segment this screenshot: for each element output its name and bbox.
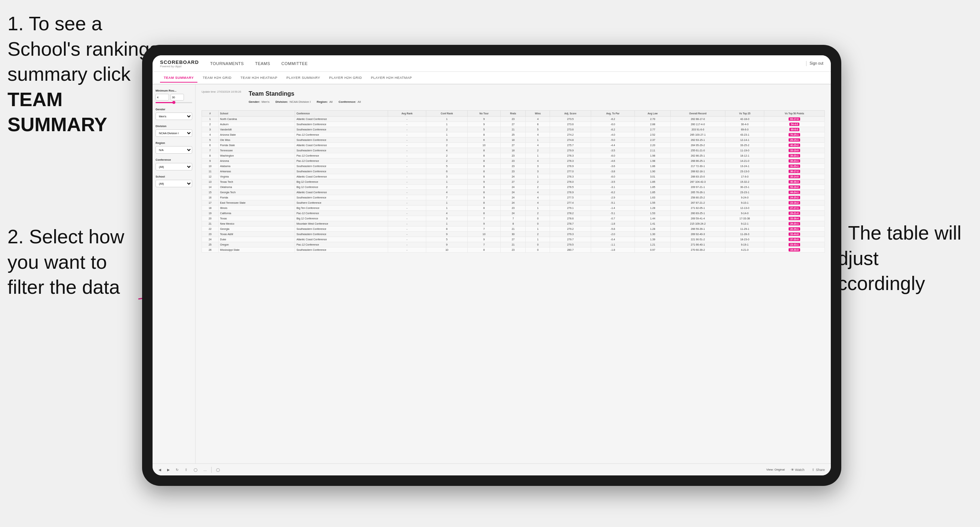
sub-nav-player-summary[interactable]: PLAYER SUMMARY xyxy=(283,74,324,82)
table-cell: 14 xyxy=(202,185,219,190)
table-cell: 278.6 xyxy=(550,216,591,221)
filter-conference-select[interactable]: (All) Atlantic Coast Conference Southeas… xyxy=(156,163,192,170)
table-cell: 221 90-51-2 xyxy=(670,237,725,242)
table-row: 3VanderbiltSoutheastern Conference-25215… xyxy=(202,127,825,132)
toolbar-refresh[interactable]: ↻ xyxy=(174,467,180,472)
table-cell: 37-30-0 xyxy=(764,237,825,242)
table-cell: Atlantic Coast Conference xyxy=(294,143,388,148)
table-cell: 276.3 xyxy=(550,159,591,164)
table-cell: 53-18-2 xyxy=(764,185,825,190)
table-cell: -3.5 xyxy=(591,148,635,153)
table-cell: 276.0 xyxy=(550,179,591,185)
table-cell: 36-17-2 xyxy=(764,169,825,174)
toolbar-clock[interactable]: ◯ xyxy=(215,467,221,472)
share-button[interactable]: ⇧ Share xyxy=(810,467,826,472)
table-cell: -6.0 xyxy=(591,122,635,127)
nav-tournaments[interactable]: TOURNAMENTS xyxy=(210,60,244,67)
table-cell: 23 xyxy=(501,164,526,169)
table-cell: Southeastern Conference xyxy=(294,148,388,153)
table-cell: 9-24-0 xyxy=(725,195,764,200)
table-cell: 4 xyxy=(526,132,550,138)
tf-division: Division: NCAA Division I xyxy=(275,100,311,103)
sub-nav-player-h2h-grid[interactable]: PLAYER H2H GRID xyxy=(325,74,366,82)
table-cell: 9 xyxy=(468,237,501,242)
table-cell: 69-6-0 xyxy=(725,127,764,132)
table-cell: 18 xyxy=(501,148,526,153)
table-row: 14OklahomaBig 12 Conference-28242276.5-3… xyxy=(202,185,825,190)
table-cell: 260 117-4-0 xyxy=(670,122,725,127)
table-cell: 17 xyxy=(202,200,219,206)
table-cell: 1.98 xyxy=(635,159,670,164)
sign-out-button[interactable]: Sign out xyxy=(810,61,823,65)
table-cell: 6 xyxy=(468,138,501,143)
logo-sub: Powered by clippd xyxy=(160,65,199,68)
table-cell: 9 xyxy=(468,117,501,122)
table-row: 23Texas A&MSoutheastern Conference-91030… xyxy=(202,232,825,237)
table-cell: 276.5 xyxy=(550,185,591,190)
table-cell: California xyxy=(218,211,294,216)
toolbar-back[interactable]: ◀ xyxy=(157,467,163,472)
sub-nav-player-h2h-heatmap[interactable]: PLAYER H2H HEATMAP xyxy=(367,74,416,82)
table-row: 21New MexicoMountain West Conference-198… xyxy=(202,221,825,227)
table-cell: 1 xyxy=(526,153,550,159)
toolbar-more[interactable]: … xyxy=(202,467,208,472)
table-cell: Pac-12 Conference xyxy=(294,242,388,248)
table-cell: 24 xyxy=(501,174,526,179)
table-cell: 209 97-21-1 xyxy=(670,185,725,190)
nav-committee[interactable]: COMMITTEE xyxy=(282,60,308,67)
table-cell: 23 xyxy=(501,117,526,122)
sub-nav-team-h2h-heatmap[interactable]: TEAM H2H HEATMAP xyxy=(237,74,281,82)
table-cell: -5.0 xyxy=(591,138,635,143)
table-cell: 279.3 xyxy=(550,232,591,237)
filter-division-select[interactable]: NCAA Division I NCAA Division II NCAA Di… xyxy=(156,129,192,137)
table-cell: - xyxy=(388,153,426,159)
table-cell: Auburn xyxy=(218,122,294,127)
table-area: Update time: 27/03/2024 16:56:26 Team St… xyxy=(196,84,831,464)
table-cell: 4 xyxy=(426,190,468,195)
filter-gender-select[interactable]: Men's Women's xyxy=(156,113,192,120)
sub-nav-team-summary[interactable]: TEAM SUMMARY xyxy=(160,74,197,83)
toolbar-bookmark[interactable]: ◯ xyxy=(192,467,199,472)
table-cell: 262 86-25-1 xyxy=(670,153,725,159)
watch-button[interactable]: 👁 Watch xyxy=(789,467,806,472)
table-cell: 1.44 xyxy=(635,216,670,221)
table-cell: - xyxy=(388,132,426,138)
filter-min-rounds-max-input[interactable] xyxy=(170,94,184,100)
instruction-step1-text: 1. To see a School's rankings summary cl… xyxy=(8,13,159,85)
sub-nav-team-h2h-grid[interactable]: TEAM H2H GRID xyxy=(199,74,235,82)
filter-min-rounds-min-input[interactable] xyxy=(156,94,169,100)
toolbar-share-small[interactable]: ⇧ xyxy=(183,467,189,472)
table-cell: 1.85 xyxy=(635,179,670,185)
table-cell: - xyxy=(388,143,426,148)
table-filter-summary: Gender: Men's Division: NCAA Division I … xyxy=(249,100,361,103)
table-row: 22GeorgiaSoutheastern Conference-8721127… xyxy=(202,227,825,232)
tablet-frame: SCOREBOARD Powered by clippd TOURNAMENTS… xyxy=(142,45,841,486)
filter-school-select[interactable]: (All) xyxy=(156,180,192,187)
table-cell: -2.0 xyxy=(591,232,635,237)
table-cell: 260 83-25-1 xyxy=(670,211,725,216)
table-cell: Georgia Tech xyxy=(218,190,294,195)
slider-thumb[interactable] xyxy=(172,101,175,104)
nav-teams[interactable]: TEAMS xyxy=(255,60,270,67)
table-cell: Southeastern Conference xyxy=(294,195,388,200)
table-cell: Oregon xyxy=(218,242,294,248)
table-cell: 269 59-41-4 xyxy=(670,216,725,221)
table-cell: 1 xyxy=(426,200,468,206)
table-cell: 13 xyxy=(202,179,219,185)
table-cell: 8 xyxy=(468,153,501,159)
table-cell: 7 xyxy=(501,216,526,221)
table-cell: 25 xyxy=(202,242,219,248)
view-original-button[interactable]: View: Original xyxy=(767,468,785,471)
table-cell: Florida xyxy=(218,195,294,200)
table-cell: 10 xyxy=(202,164,219,169)
table-cell: 1.85 xyxy=(635,190,670,195)
table-cell: Georgia xyxy=(218,227,294,232)
table-row: 25OregonPac-12 Conference-97210279.5-1.1… xyxy=(202,242,825,248)
table-cell: 22 xyxy=(202,227,219,232)
table-cell: 1 xyxy=(526,138,550,143)
table-row: 13Texas TechBig 12 Conference-19272276.0… xyxy=(202,179,825,185)
filter-region-select[interactable]: N/A All xyxy=(156,146,192,154)
toolbar-forward[interactable]: ▶ xyxy=(165,467,171,472)
table-cell: 276.3 xyxy=(550,153,591,159)
table-cell: 4-21-0 xyxy=(725,248,764,252)
